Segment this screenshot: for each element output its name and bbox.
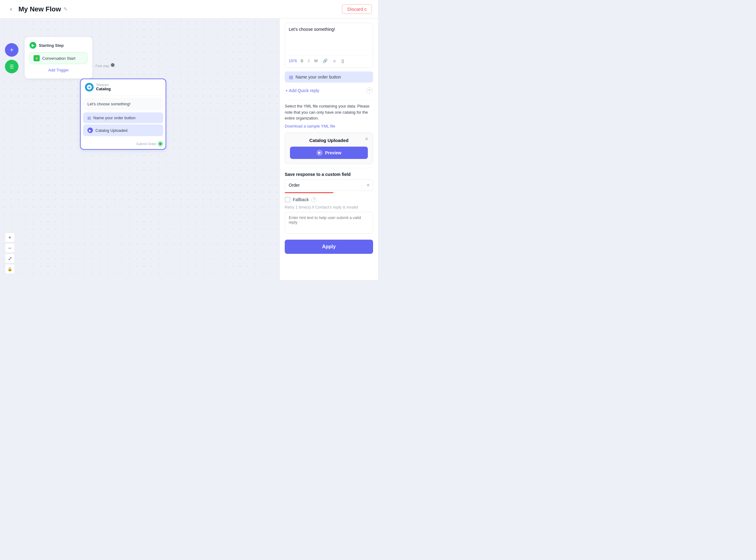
- fit-icon: ⤢: [8, 256, 12, 261]
- retry-text: Retry 1 time(s) if Contact's reply is in…: [285, 205, 373, 209]
- starting-step-icon: ▶: [29, 42, 36, 49]
- lock-icon: 🔒: [7, 267, 12, 272]
- discard-button[interactable]: Discard c: [342, 4, 372, 14]
- catalog-play-icon: ▶: [87, 127, 93, 133]
- telegram-icon: [85, 83, 93, 92]
- zoom-controls: + – ⤢ 🔒: [5, 233, 15, 274]
- preview-play-icon: ▶: [316, 150, 322, 156]
- char-count: 1976: [289, 59, 297, 63]
- edit-icon[interactable]: ✎: [63, 6, 67, 12]
- left-toolbar: + ☰: [5, 43, 19, 73]
- italic-button[interactable]: I: [307, 58, 311, 64]
- message-editor-text[interactable]: Let's choose something!: [289, 27, 369, 45]
- preview-btn-label: Preview: [325, 150, 341, 155]
- first-step-dot: [111, 63, 114, 67]
- hint-textarea[interactable]: [285, 212, 373, 234]
- catalog-card-header: Telegram Catalog: [81, 79, 166, 96]
- custom-field-clear-button[interactable]: ✕: [366, 183, 370, 187]
- fit-button[interactable]: ⤢: [5, 254, 15, 263]
- apply-button[interactable]: Apply: [285, 240, 373, 254]
- catalog-card-title-wrap: Telegram Catalog: [96, 83, 111, 91]
- submit-order-dot[interactable]: [158, 142, 163, 146]
- add-trigger-button[interactable]: Add Trigger: [29, 66, 87, 74]
- catalog-order-button[interactable]: ▤ Name your order button: [83, 113, 163, 123]
- order-btn-icon: ▤: [87, 116, 91, 120]
- back-button[interactable]: ‹: [6, 4, 16, 14]
- catalog-platform-label: Telegram: [96, 83, 111, 86]
- list-icon: ☰: [9, 64, 14, 69]
- catalog-uploaded-label: Catalog Uploaded: [96, 128, 127, 133]
- quick-reply-help-icon[interactable]: ?: [366, 87, 373, 94]
- custom-field-input[interactable]: [285, 179, 373, 191]
- fallback-label: Fallback: [293, 197, 309, 202]
- preview-button[interactable]: ▶ Preview: [290, 147, 368, 159]
- link-button[interactable]: 🔗: [321, 58, 329, 64]
- submit-order-label: Submit Order: [136, 142, 156, 146]
- submit-order-row: Submit Order: [81, 140, 166, 149]
- zoom-out-button[interactable]: –: [5, 243, 15, 253]
- mono-button[interactable]: M: [313, 58, 319, 64]
- download-link[interactable]: Download a sample YML file: [285, 124, 335, 128]
- catalog-uploaded-title: Catalog Uploaded: [290, 138, 368, 143]
- catalog-node-card[interactable]: Telegram Catalog Let's choose something!…: [80, 79, 166, 150]
- fallback-row: Fallback ?: [285, 197, 373, 202]
- zoom-out-icon: –: [8, 245, 12, 251]
- page-title: My New Flow: [19, 5, 61, 13]
- bold-button[interactable]: B: [299, 58, 305, 64]
- header: ‹ My New Flow ✎ Discard c: [0, 0, 378, 19]
- add-node-button[interactable]: +: [5, 43, 19, 57]
- lock-button[interactable]: 🔒: [5, 264, 15, 274]
- order-btn-panel-icon: ▤: [289, 75, 293, 79]
- message-editor[interactable]: Let's choose something! 1976 B I M 🔗 ☺ {…: [285, 23, 373, 68]
- info-text: Select the YML file containing your data…: [285, 103, 373, 121]
- panel-body: Let's choose something! 1976 B I M 🔗 ☺ {…: [280, 18, 378, 280]
- list-button[interactable]: ☰: [5, 60, 19, 73]
- catalog-node-title: Catalog: [96, 86, 111, 91]
- catalog-uploaded-item[interactable]: ▶ Catalog Uploaded: [83, 124, 163, 136]
- field-underline: [285, 192, 333, 193]
- fallback-checkbox[interactable]: [285, 197, 290, 202]
- catalog-message-text: Let's choose something!: [83, 98, 163, 110]
- starting-step-label: Starting Step: [39, 43, 64, 48]
- trigger-label: Conversation Start: [42, 56, 76, 61]
- divider-2: [285, 168, 373, 168]
- order-btn-label: Name your order button: [93, 116, 135, 120]
- emoji-button[interactable]: ☺: [331, 58, 338, 64]
- starting-step-card: ▶ Starting Step ⚡ Conversation Start Add…: [25, 37, 92, 79]
- custom-field-input-wrap: ✕: [285, 179, 373, 191]
- trigger-icon: ⚡: [34, 55, 40, 61]
- divider-1: [285, 99, 373, 100]
- order-button-row[interactable]: ▤ Name your order button: [285, 72, 373, 83]
- message-toolbar: 1976 B I M 🔗 ☺ {}: [289, 55, 369, 64]
- zoom-in-button[interactable]: +: [5, 233, 15, 242]
- first-step-label: First step: [96, 64, 109, 68]
- variable-button[interactable]: {}: [340, 58, 345, 64]
- catalog-uploaded-box: ✕ Catalog Uploaded ▶ Preview: [285, 133, 373, 164]
- zoom-in-icon: +: [8, 235, 11, 240]
- right-panel: Catalog Let's choose something! 1976 B I…: [279, 0, 378, 280]
- add-quick-reply-button[interactable]: + Add Quick reply: [285, 88, 319, 93]
- flow-canvas: + ☰ ▶ Starting Step ⚡ Conversation Start…: [0, 19, 279, 280]
- fallback-help-icon[interactable]: ?: [311, 197, 317, 202]
- starting-step-header: ▶ Starting Step: [29, 42, 87, 49]
- quick-reply-row: + Add Quick reply ?: [285, 86, 373, 96]
- plus-icon: +: [10, 46, 14, 54]
- catalog-uploaded-close-button[interactable]: ✕: [363, 136, 370, 142]
- save-response-label: Save response to a custom field: [285, 172, 373, 177]
- order-btn-panel-label: Name your order button: [295, 75, 341, 79]
- trigger-item[interactable]: ⚡ Conversation Start: [29, 52, 87, 64]
